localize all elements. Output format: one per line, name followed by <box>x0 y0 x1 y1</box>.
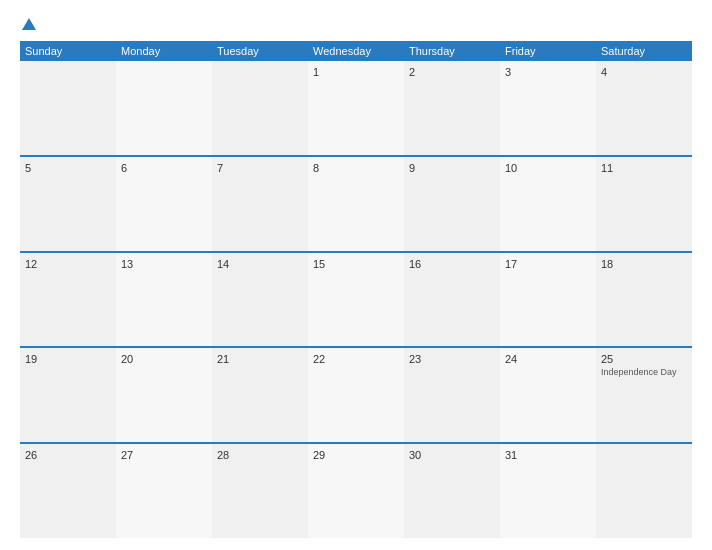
event-label: Independence Day <box>601 367 687 378</box>
calendar-day-cell: 13 <box>116 253 212 347</box>
calendar-day-cell: 26 <box>20 444 116 538</box>
calendar-week-row: 262728293031 <box>20 444 692 538</box>
calendar-day-cell: 12 <box>20 253 116 347</box>
day-number: 22 <box>313 353 399 365</box>
weekday-header-cell: Friday <box>500 41 596 61</box>
calendar-day-cell: 14 <box>212 253 308 347</box>
day-number: 24 <box>505 353 591 365</box>
calendar-day-cell: 11 <box>596 157 692 251</box>
day-number: 2 <box>409 66 495 78</box>
day-number: 13 <box>121 258 207 270</box>
calendar-day-cell: 17 <box>500 253 596 347</box>
day-number: 17 <box>505 258 591 270</box>
day-number: 25 <box>601 353 687 365</box>
calendar-day-cell: 10 <box>500 157 596 251</box>
day-number: 19 <box>25 353 111 365</box>
calendar-day-cell: 16 <box>404 253 500 347</box>
calendar-week-row: 1234 <box>20 61 692 157</box>
calendar-day-cell: 19 <box>20 348 116 442</box>
weekday-header-cell: Tuesday <box>212 41 308 61</box>
calendar-day-cell: 21 <box>212 348 308 442</box>
weekday-header-cell: Sunday <box>20 41 116 61</box>
calendar-day-cell: 2 <box>404 61 500 155</box>
calendar-day-cell: 28 <box>212 444 308 538</box>
calendar-day-cell: 30 <box>404 444 500 538</box>
calendar-day-cell: 23 <box>404 348 500 442</box>
calendar-day-cell <box>596 444 692 538</box>
calendar-day-cell: 25Independence Day <box>596 348 692 442</box>
day-number: 5 <box>25 162 111 174</box>
calendar-page: SundayMondayTuesdayWednesdayThursdayFrid… <box>0 0 712 550</box>
day-number: 9 <box>409 162 495 174</box>
logo-triangle-icon <box>22 18 36 30</box>
day-number: 23 <box>409 353 495 365</box>
weekday-header-cell: Thursday <box>404 41 500 61</box>
calendar-day-cell: 7 <box>212 157 308 251</box>
day-number: 18 <box>601 258 687 270</box>
calendar-day-cell: 6 <box>116 157 212 251</box>
calendar-day-cell: 5 <box>20 157 116 251</box>
logo-blue-text <box>20 18 36 31</box>
day-number: 12 <box>25 258 111 270</box>
calendar-day-cell: 20 <box>116 348 212 442</box>
day-number: 8 <box>313 162 399 174</box>
calendar-day-cell: 22 <box>308 348 404 442</box>
day-number: 30 <box>409 449 495 461</box>
weekday-header-cell: Monday <box>116 41 212 61</box>
calendar-week-row: 19202122232425Independence Day <box>20 348 692 444</box>
calendar-day-cell: 29 <box>308 444 404 538</box>
calendar-day-cell <box>116 61 212 155</box>
weekday-header-cell: Wednesday <box>308 41 404 61</box>
day-number: 14 <box>217 258 303 270</box>
calendar-week-row: 567891011 <box>20 157 692 253</box>
day-number: 26 <box>25 449 111 461</box>
calendar-day-cell: 3 <box>500 61 596 155</box>
calendar-day-cell: 15 <box>308 253 404 347</box>
calendar-day-cell <box>212 61 308 155</box>
calendar-grid: SundayMondayTuesdayWednesdayThursdayFrid… <box>20 41 692 538</box>
day-number: 28 <box>217 449 303 461</box>
day-number: 4 <box>601 66 687 78</box>
calendar-day-cell: 4 <box>596 61 692 155</box>
calendar-day-cell: 24 <box>500 348 596 442</box>
calendar-week-row: 12131415161718 <box>20 253 692 349</box>
day-number: 16 <box>409 258 495 270</box>
day-number: 21 <box>217 353 303 365</box>
day-number: 6 <box>121 162 207 174</box>
day-number: 10 <box>505 162 591 174</box>
day-number: 1 <box>313 66 399 78</box>
calendar-body: 1234567891011121314151617181920212223242… <box>20 61 692 538</box>
calendar-day-cell: 1 <box>308 61 404 155</box>
day-number: 27 <box>121 449 207 461</box>
day-number: 20 <box>121 353 207 365</box>
logo <box>20 18 36 31</box>
header <box>20 18 692 31</box>
day-number: 7 <box>217 162 303 174</box>
calendar-day-cell: 9 <box>404 157 500 251</box>
weekday-header-row: SundayMondayTuesdayWednesdayThursdayFrid… <box>20 41 692 61</box>
calendar-day-cell: 8 <box>308 157 404 251</box>
calendar-day-cell: 27 <box>116 444 212 538</box>
day-number: 29 <box>313 449 399 461</box>
calendar-day-cell: 31 <box>500 444 596 538</box>
calendar-day-cell: 18 <box>596 253 692 347</box>
day-number: 15 <box>313 258 399 270</box>
weekday-header-cell: Saturday <box>596 41 692 61</box>
day-number: 11 <box>601 162 687 174</box>
day-number: 3 <box>505 66 591 78</box>
calendar-day-cell <box>20 61 116 155</box>
day-number: 31 <box>505 449 591 461</box>
